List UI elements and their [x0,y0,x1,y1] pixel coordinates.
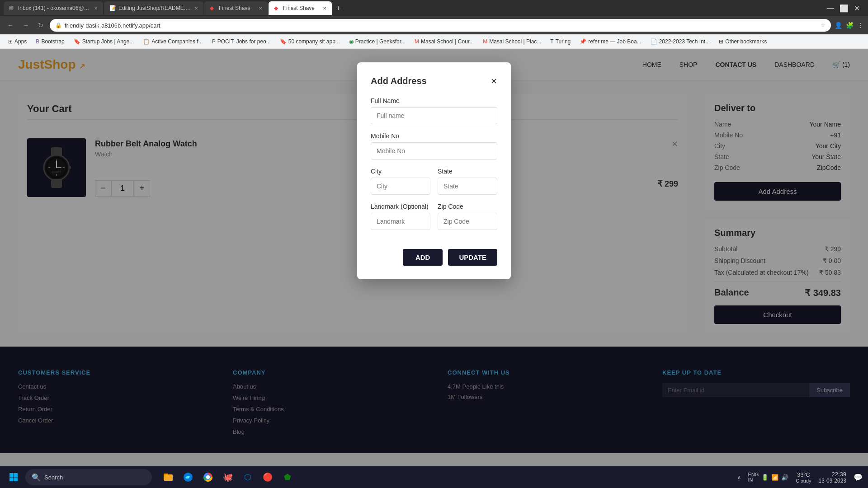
bookmark-turing-label: Turing [556,38,571,45]
mobile-no-input[interactable] [371,142,497,160]
bookmark-masai2-label: Masai School | Plac... [489,38,541,45]
state-group: State [438,168,497,195]
modal-update-button[interactable]: UPDATE [448,249,497,266]
bookmark-masai1[interactable]: M Masai School | Cour... [411,38,477,46]
weather-widget: 33°C Cloudy [796,471,811,483]
svg-point-21 [206,475,210,479]
tab-close-gmail[interactable]: ✕ [94,6,98,11]
city-label: City [371,168,430,175]
tab-finest1[interactable]: ◆ Finest Shave ✕ [204,1,268,15]
minimize-button[interactable]: — [827,4,834,13]
taskbar-search-box[interactable]: 🔍 Search [25,469,152,485]
startupjobs-icon: 🔖 [74,38,80,45]
full-name-label: Full Name [371,97,497,104]
taskbar-xbox-button[interactable]: ⬟ [278,468,297,486]
state-input[interactable] [438,178,497,195]
bookmark-other-label: Other bookmarks [725,38,767,45]
mobile-no-group: Mobile No [371,132,497,160]
tab-close-finest2[interactable]: ✕ [323,6,326,11]
pocit-icon: P [212,38,216,45]
forward-button[interactable]: → [20,21,32,30]
bookmark-50company[interactable]: 🔖 50 company sit app... [276,38,344,46]
url-text: friendly-dasik-a8106b.netlify.app/cart [65,22,821,29]
tab-label-readme: Editing JustShop/README.md a... [118,5,192,11]
taskbar-red-button[interactable]: 🔴 [259,468,277,486]
active-icon: 📋 [143,38,150,45]
tab-readme[interactable]: 📝 Editing JustShop/README.md a... ✕ [104,1,203,15]
git-icon: 🐙 [223,472,233,482]
modal-add-button[interactable]: ADD [403,249,443,266]
file-explorer-icon [163,472,174,483]
bookmark-geeksfor[interactable]: ◉ Practice | Geeksfor... [345,38,409,46]
modal-actions: ADD UPDATE [371,249,497,266]
city-state-row: City State [371,168,497,203]
bookmark-bootstrap[interactable]: B Bootstrap [32,38,68,46]
bookmarks-bar: ⊞ Apps B Bootstrap 🔖 Startup Jobs | Ange… [0,34,868,49]
tab-label-gmail: Inbox (141) - okosama06@gmai... [18,5,91,11]
geeksfor-icon: ◉ [349,38,354,45]
address-bar[interactable]: 🔒 friendly-dasik-a8106b.netlify.app/cart… [50,19,831,32]
full-name-input[interactable] [371,107,497,124]
bootstrap-icon: B [36,38,39,45]
extensions-icon[interactable]: 🧩 [846,22,854,29]
tab-finest2[interactable]: ◆ Finest Shave ✕ [269,1,332,15]
tab-close-readme[interactable]: ✕ [194,6,198,11]
wifi-icon: 📶 [771,474,778,481]
refme-icon: 📌 [580,38,586,45]
masai1-icon: M [415,38,419,45]
add-address-modal: Add Address ✕ Full Name Mobile No City S… [357,62,511,279]
settings-icon[interactable]: ⋮ [857,22,863,29]
edge-icon [183,472,193,483]
back-button[interactable]: ← [5,21,16,30]
zip-code-input[interactable] [438,213,497,230]
profile-icon[interactable]: 👤 [835,22,842,29]
apps-grid-icon: ⊞ [8,38,13,45]
taskbar-chrome-button[interactable] [199,468,217,486]
new-tab-button[interactable]: + [333,4,344,12]
svg-rect-14 [14,473,18,477]
bookmark-masai1-label: Masai School | Cour... [421,38,474,45]
bookmark-pocit[interactable]: P POCIT. Jobs for peo... [208,38,274,46]
taskbar-start-button[interactable] [5,469,22,485]
taskbar-clock: 22:39 13-09-2023 [819,471,846,484]
bookmark-startupjobs[interactable]: 🔖 Startup Jobs | Ange... [70,38,138,46]
taskbar-chevron-icon[interactable]: ∧ [737,474,741,480]
bookmark-other[interactable]: ⊞ Other bookmarks [715,38,770,46]
tab-label-finest1: Finest Shave [219,5,256,11]
techint-icon: 📄 [651,38,657,45]
city-input[interactable] [371,178,430,195]
svg-rect-13 [9,473,14,477]
taskbar-fileexplorer-button[interactable] [159,468,177,486]
bookmark-masai2[interactable]: M Masai School | Plac... [479,38,545,46]
modal-title: Add Address [371,76,427,86]
taskbar-git-button[interactable]: 🐙 [219,468,237,486]
taskbar-edge-button[interactable] [179,468,197,486]
browser-chrome: ✉ Inbox (141) - okosama06@gmai... ✕ 📝 Ed… [0,0,868,49]
restore-button[interactable]: ⬜ [840,4,849,13]
bookmark-active[interactable]: 📋 Active Companies f... [139,38,206,46]
bookmark-turing[interactable]: T Turing [547,38,574,46]
taskbar-search-text: Search [44,474,63,481]
search-magnifier-icon: 🔍 [32,473,41,482]
modal-close-button[interactable]: ✕ [491,76,497,86]
tab-close-finest1[interactable]: ✕ [259,6,262,11]
modal-overlay: Add Address ✕ Full Name Mobile No City S… [0,49,868,488]
reload-button[interactable]: ↻ [35,21,46,30]
chrome-icon [203,472,213,483]
star-icon: ☆ [821,22,826,28]
xbox-icon: ⬟ [284,472,291,482]
taskbar-vscode-button[interactable]: ⬡ [239,468,257,486]
bookmark-techint[interactable]: 📄 2022-2023 Tech Int... [647,38,714,46]
bookmark-refme[interactable]: 📌 refer me — Job Boa... [576,38,645,46]
notification-icon[interactable]: 💬 [854,473,863,482]
landmark-input[interactable] [371,213,430,230]
taskbar-time-value: 22:39 [819,471,846,478]
tab-gmail[interactable]: ✉ Inbox (141) - okosama06@gmai... ✕ [4,1,103,15]
taskbar-date-value: 13-09-2023 [819,478,846,484]
secure-icon: 🔒 [55,22,62,28]
mobile-no-label: Mobile No [371,132,497,140]
close-button[interactable]: ✕ [854,4,860,13]
bookmark-apps[interactable]: ⊞ Apps [5,38,30,46]
vscode-icon: ⬡ [244,472,251,482]
svg-rect-18 [164,474,168,475]
